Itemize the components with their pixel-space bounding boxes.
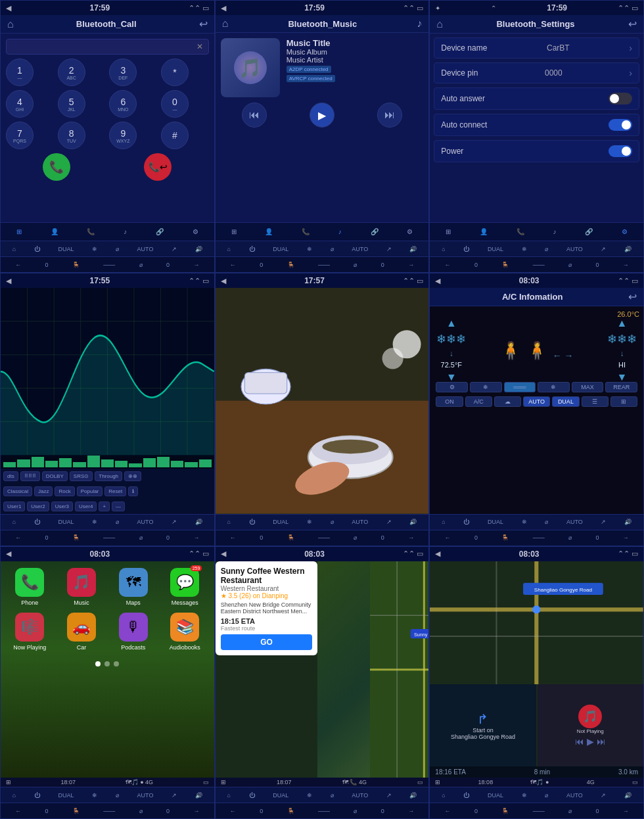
al6[interactable]: ← (445, 534, 451, 541)
ac-fan-up-icon[interactable]: ▲ (446, 317, 457, 329)
power-s2[interactable]: ⏻ (249, 246, 255, 252)
m9[interactable]: ↗ (601, 792, 606, 799)
mode-icon[interactable]: ↗ (172, 246, 177, 252)
map-panel[interactable]: Sunny Coffee Western Restaurant Western … (216, 561, 429, 778)
al4[interactable]: ← (15, 534, 21, 541)
nav-user-3[interactable]: 👤 (480, 228, 488, 235)
al8[interactable]: ← (230, 808, 236, 814)
arrow-right[interactable]: → (193, 262, 199, 268)
dial-0[interactable]: 0— (161, 90, 189, 118)
h9[interactable]: ⌂ (442, 792, 445, 799)
f5[interactable]: ⌀ (331, 519, 334, 525)
device-name-chevron[interactable]: › (629, 43, 632, 53)
nav-phone-icon-2[interactable]: 📞 (302, 228, 310, 235)
back-7[interactable]: ◀ (6, 550, 11, 558)
auto-answer-toggle[interactable] (609, 93, 632, 105)
ar9[interactable]: → (623, 808, 629, 814)
home-icon-1[interactable]: ⌂ (7, 18, 14, 30)
p3[interactable]: ⏻ (463, 246, 469, 252)
fa8[interactable]: ⌀ (354, 808, 357, 814)
back-nav-6[interactable]: ↩ (628, 291, 637, 303)
eq-jazz[interactable]: Jazz (34, 486, 53, 496)
dial-star[interactable]: * (161, 59, 189, 86)
f3[interactable]: ⌀ (545, 246, 548, 252)
eq-user3[interactable]: User3 (51, 502, 73, 511)
vol-s2[interactable]: 🔊 (409, 246, 417, 252)
f6[interactable]: ⌀ (545, 519, 548, 525)
arr-r2[interactable]: → (408, 262, 414, 268)
ac-mode-btn[interactable]: ☁ (494, 396, 521, 407)
back-8[interactable]: ◀ (221, 550, 226, 558)
ac-s2[interactable]: ❄ (307, 246, 312, 252)
v3[interactable]: 🔊 (624, 246, 632, 252)
a4[interactable]: ❄ (92, 519, 97, 525)
back-4[interactable]: ◀ (6, 277, 11, 285)
eq-add[interactable]: + (99, 502, 110, 511)
fa7[interactable]: ⌀ (139, 808, 143, 814)
v8[interactable]: 🔊 (409, 792, 417, 799)
app-music[interactable]: 🎵 Music (59, 568, 104, 606)
dial-1[interactable]: 1— (6, 59, 34, 86)
ac-arrow-down-left[interactable]: ↓ (449, 349, 453, 358)
player-play[interactable]: ▶ (587, 736, 594, 747)
dial-8[interactable]: 8TUV (58, 122, 85, 149)
auto-connect-toggle[interactable] (609, 119, 632, 131)
ac-ac-btn[interactable]: A/C (465, 396, 492, 407)
dial-7[interactable]: 7PQRS (6, 122, 34, 149)
ac-on-btn[interactable]: ON (436, 396, 463, 407)
back-6[interactable]: ◀ (435, 277, 440, 285)
back-nav-3[interactable]: ↩ (628, 18, 637, 30)
app-phone[interactable]: 📞 Phone (7, 568, 53, 606)
al5[interactable]: ← (230, 534, 236, 541)
ar5[interactable]: → (408, 534, 414, 541)
nav-music-icon-2[interactable]: ♪ (338, 228, 342, 235)
ar7[interactable]: → (193, 808, 199, 814)
nav-user-icon[interactable]: 👤 (51, 228, 58, 235)
se3[interactable]: 🪑 (501, 262, 509, 268)
nav-grid-icon[interactable]: ⊞ (16, 228, 22, 235)
fa5[interactable]: ⌀ (354, 534, 357, 541)
eq-minus[interactable]: — (112, 502, 125, 511)
home-status-icon[interactable]: ⌂ (12, 246, 16, 252)
fan-icon[interactable]: ⌀ (116, 246, 119, 252)
h6[interactable]: ⌂ (442, 519, 445, 525)
ac-dual-btn[interactable]: DUAL (552, 396, 579, 407)
ac-grid-btn[interactable]: ⊞ (610, 396, 637, 407)
music-list-icon[interactable]: ♪ (417, 18, 422, 30)
nav-link-icon-2[interactable]: 🔗 (371, 228, 379, 235)
next-button[interactable]: ⏭ (377, 103, 402, 128)
video-area[interactable] (216, 288, 429, 513)
a5[interactable]: ❄ (307, 519, 312, 525)
ac-fan-btn[interactable]: ❄ (470, 382, 502, 392)
back-icon-1[interactable]: ◀ (6, 4, 11, 12)
f4[interactable]: ⌀ (116, 519, 119, 525)
p7[interactable]: ⏻ (34, 792, 40, 799)
home-icon-2[interactable]: ⌂ (222, 18, 229, 30)
ac-icon[interactable]: ❄ (92, 246, 97, 252)
home-icon-3[interactable]: ⌂ (436, 18, 443, 30)
ar3[interactable]: → (623, 262, 629, 268)
eq-srs[interactable]: SRS⊙ (70, 471, 93, 481)
nav-phone-3[interactable]: 📞 (517, 228, 524, 235)
seat-icon[interactable]: 🪑 (72, 262, 80, 268)
p8[interactable]: ⏻ (249, 792, 255, 799)
f8[interactable]: ⌀ (331, 792, 334, 799)
m5[interactable]: ↗ (386, 519, 392, 525)
a9[interactable]: ❄ (522, 792, 527, 799)
back-nav-icon-1[interactable]: ↩ (199, 18, 208, 30)
fa6[interactable]: ⌀ (568, 534, 572, 541)
nav-link-icon[interactable]: 🔗 (156, 228, 164, 235)
dot-2[interactable] (104, 661, 110, 667)
app-car[interactable]: 🚗 Car (59, 613, 104, 651)
eq-info[interactable]: ℹ (128, 486, 138, 496)
se6[interactable]: 🪑 (501, 534, 509, 541)
eq-popular[interactable]: Popular (77, 486, 103, 496)
nav-grid[interactable]: ⊞ (435, 779, 440, 785)
nav-user-icon-2[interactable]: 👤 (265, 228, 273, 235)
eq-user2[interactable]: User2 (27, 502, 49, 511)
ac-fan-up-right[interactable]: ▲ (617, 317, 628, 329)
dial-9[interactable]: 9WXYZ (109, 122, 137, 149)
eq-ddd[interactable]: ⠿⠿⠿ (20, 471, 40, 481)
call-button[interactable]: 📞 (43, 153, 70, 181)
dial-hash[interactable]: # (161, 122, 189, 149)
